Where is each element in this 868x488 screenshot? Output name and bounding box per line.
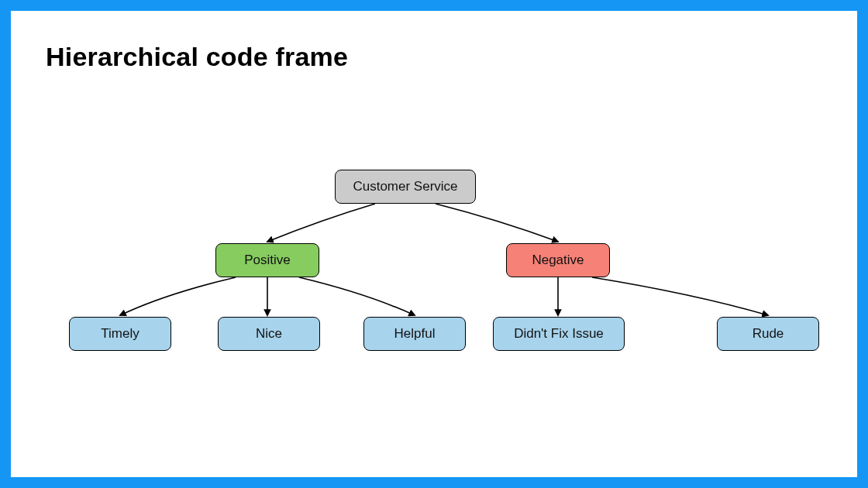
- node-leaf-didnt-fix: Didn't Fix Issue: [493, 317, 625, 351]
- node-positive: Positive: [215, 243, 319, 277]
- node-negative: Negative: [506, 243, 610, 277]
- node-leaf-nice: Nice: [218, 317, 320, 351]
- node-root-customer-service: Customer Service: [335, 170, 476, 204]
- connector-lines: [11, 11, 868, 488]
- node-leaf-timely: Timely: [69, 317, 171, 351]
- slide-frame: Hierarchical code frame Customer Service…: [0, 0, 868, 488]
- node-leaf-rude: Rude: [717, 317, 819, 351]
- page-title: Hierarchical code frame: [46, 42, 348, 72]
- node-leaf-helpful: Helpful: [363, 317, 466, 351]
